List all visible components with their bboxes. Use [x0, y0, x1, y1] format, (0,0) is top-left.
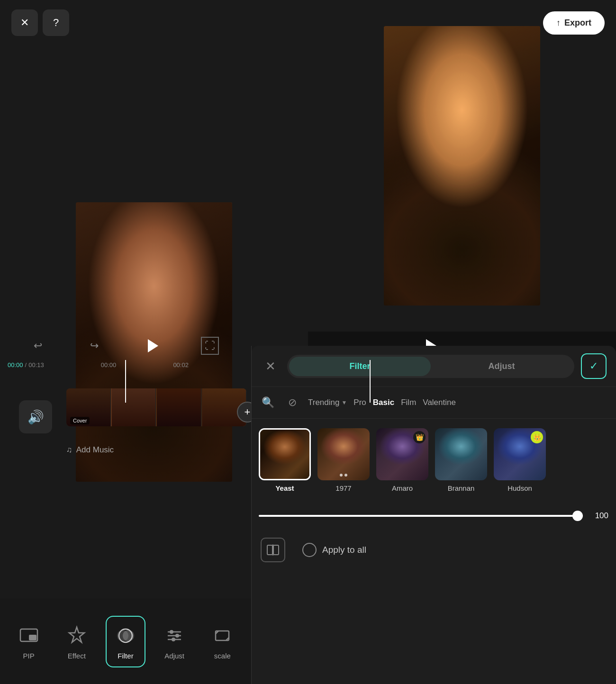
svg-rect-13 [267, 545, 272, 555]
recent-filter-button[interactable]: ⊘ [283, 394, 301, 412]
left-mark1: 00:00 [101, 361, 117, 369]
right-panel: ✕ Filter Adjust ✓ 🔍 ⊘ Trending ▼ Pro Bas… [251, 346, 616, 684]
hudson-crown-badge: 👑 [531, 431, 543, 443]
toolbar-item-filter[interactable]: Filter [106, 616, 145, 667]
film-category[interactable]: Film [401, 398, 416, 407]
confirm-button[interactable]: ✓ [581, 353, 607, 379]
top-bar: ✕ ? ↑ Export [0, 9, 616, 36]
left-mark2: 00:02 [173, 361, 189, 369]
svg-rect-1 [29, 635, 36, 640]
filter-thumb-yeast [259, 428, 311, 480]
tab-adjust[interactable]: Adjust [431, 357, 572, 376]
tab-group: Filter Adjust [287, 355, 574, 378]
filter-item-1977[interactable]: 1977 [317, 428, 370, 492]
add-music-area[interactable]: ♫ Add Music [66, 445, 114, 455]
trending-arrow: ▼ [341, 399, 347, 406]
slider-area: 100 [251, 502, 616, 530]
right-image-bg [384, 26, 540, 306]
close-panel-button[interactable]: ✕ [261, 356, 281, 376]
filter-name-hudson: Hudson [507, 484, 532, 492]
valentine-category[interactable]: Valentine [423, 398, 456, 407]
filter-category-bar: 🔍 ⊘ Trending ▼ Pro Basic Film Valentine [251, 387, 616, 419]
volume-icon[interactable]: 🔊 [19, 400, 52, 433]
svg-rect-14 [273, 545, 279, 555]
filter-name-amaro: Amaro [392, 484, 413, 492]
svg-marker-2 [69, 627, 84, 642]
preview-right [308, 0, 616, 332]
effect-icon [64, 623, 89, 648]
filter-thumb-hudson: 👑 [494, 428, 546, 480]
pip-label: PIP [23, 652, 35, 660]
left-time-separator: / [25, 361, 27, 369]
tab-filter[interactable]: Filter [289, 357, 431, 376]
svg-point-5 [123, 630, 134, 641]
left-timeline-cursor [125, 360, 126, 403]
action-bar: Apply to all [251, 530, 616, 570]
scale-label: scale [214, 652, 231, 660]
help-button[interactable]: ? [43, 9, 69, 36]
adjust-icon [162, 623, 187, 648]
trending-label: Trending [308, 398, 339, 407]
play-triangle [148, 339, 158, 352]
filter-thumb-amaro: 👑 [376, 428, 428, 480]
panel-header: ✕ Filter Adjust ✓ [251, 346, 616, 387]
music-icon: ♫ [66, 445, 72, 455]
toolbar-item-effect[interactable]: Effect [58, 617, 96, 666]
toolbar-item-pip[interactable]: PIP [10, 617, 48, 666]
slider-thumb[interactable] [572, 511, 583, 521]
left-controls-bar: ↩ ↪ ⛶ [0, 332, 246, 360]
apply-all-button[interactable]: Apply to all [295, 538, 374, 562]
export-icon: ↑ [556, 18, 561, 28]
filter-name-1977: 1977 [335, 484, 351, 492]
clip-thumbnail[interactable]: Cover [66, 388, 246, 426]
filter-item-amaro[interactable]: 👑 Amaro [376, 428, 428, 492]
basic-category[interactable]: Basic [373, 398, 394, 407]
left-current-time: 00:00 [8, 361, 23, 369]
svg-point-10 [175, 634, 179, 638]
clip-area: Cover + [66, 388, 246, 436]
effect-label: Effect [68, 652, 86, 660]
intensity-slider-track[interactable] [259, 515, 583, 517]
filter-thumb-1977 [317, 428, 370, 480]
export-button[interactable]: ↑ Export [543, 11, 605, 35]
apply-all-checkbox [302, 543, 317, 557]
filter-item-hudson[interactable]: 👑 Hudson [494, 428, 546, 492]
redo-button[interactable]: ↪ [84, 335, 105, 356]
compare-button[interactable] [261, 538, 285, 562]
svg-point-9 [170, 630, 173, 634]
close-button[interactable]: ✕ [11, 9, 38, 36]
left-total-time: 00:13 [28, 361, 44, 369]
filter-name-yeast: Yeast [275, 484, 294, 492]
cover-badge: Cover [70, 417, 90, 424]
filter-item-brannan[interactable]: Brannan [435, 428, 487, 492]
right-preview-image [384, 26, 540, 306]
panel-separator [251, 346, 252, 684]
add-music-label: Add Music [76, 445, 114, 455]
left-play-button[interactable] [141, 333, 165, 358]
toolbar-item-scale[interactable]: scale [203, 617, 241, 666]
filter-icon [113, 623, 138, 648]
apply-all-label: Apply to all [322, 545, 366, 555]
svg-point-11 [172, 638, 175, 641]
filter-thumb-brannan [435, 428, 487, 480]
volume-symbol: 🔊 [27, 409, 44, 425]
fullscreen-button[interactable]: ⛶ [201, 337, 219, 355]
right-timeline-cursor [370, 360, 371, 403]
pip-icon [17, 623, 41, 648]
filter-grid: Yeast 1977 👑 Amaro [251, 419, 616, 502]
trending-category[interactable]: Trending ▼ [308, 398, 347, 407]
adjust-label: Adjust [164, 652, 184, 660]
bottom-toolbar: PIP Effect Filter [0, 599, 251, 684]
toolbar-item-adjust[interactable]: Adjust [155, 617, 193, 666]
pro-category[interactable]: Pro [353, 398, 366, 407]
undo-button[interactable]: ↩ [27, 335, 48, 356]
scale-icon [210, 623, 235, 648]
filter-label: Filter [118, 652, 133, 660]
amaro-crown-badge: 👑 [413, 431, 426, 443]
filter-item-yeast[interactable]: Yeast [259, 428, 311, 492]
slider-value: 100 [589, 511, 608, 521]
search-filter-button[interactable]: 🔍 [259, 394, 277, 412]
filter-name-brannan: Brannan [448, 484, 475, 492]
slider-fill [259, 515, 583, 517]
top-left-buttons: ✕ ? [11, 9, 69, 36]
